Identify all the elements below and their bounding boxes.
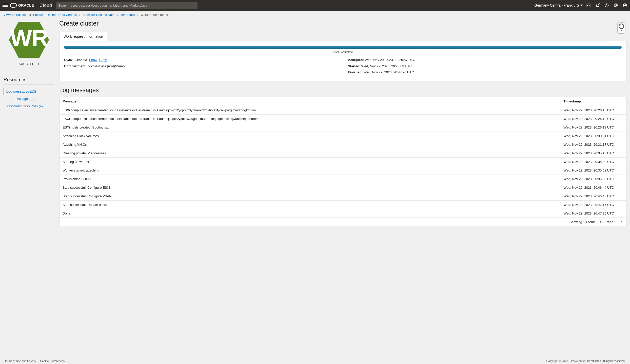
- log-message-cell: Starting up worker: [60, 158, 561, 166]
- log-message-cell: Step successful: Configure VSAN: [60, 192, 561, 201]
- table-row: Creating private IP addressesWed, Nov 29…: [60, 149, 626, 158]
- menu-icon[interactable]: [3, 3, 8, 8]
- table-row: ESXi compute instance created: ocid1.ins…: [60, 115, 626, 123]
- brand-sub: Cloud: [40, 3, 52, 8]
- resources-item[interactable]: Error messages (0): [4, 95, 54, 102]
- log-timestamp-cell: Wed, Nov 29, 2023, 20:31:17 UTC: [561, 140, 626, 149]
- pager-next-icon[interactable]: [619, 220, 623, 224]
- started-value: Wed, Nov 29, 2023, 20:26:03 UTC: [361, 64, 412, 68]
- col-timestamp: Timestamp: [561, 97, 626, 106]
- table-row: Attaching Block VolumesWed, Nov 29, 2023…: [60, 132, 626, 140]
- log-timestamp-cell: Wed, Nov 29, 2023, 20:47:26 UTC: [561, 209, 626, 218]
- ocid-copy-link[interactable]: Copy: [99, 58, 107, 62]
- compartment-label: Compartment:: [64, 64, 87, 68]
- log-timestamp-cell: Wed, Nov 29, 2023, 20:35:20 UTC: [561, 158, 626, 166]
- breadcrumb-sep: »: [29, 13, 31, 17]
- started-label: Started:: [348, 64, 360, 68]
- search-input[interactable]: [56, 2, 198, 9]
- pager-page-label: Page 1: [606, 220, 616, 224]
- table-row: Step successful: Configure ESXiWed, Nov …: [60, 183, 626, 192]
- resources-item[interactable]: Associated resources (4): [4, 102, 54, 110]
- log-message-cell: ESXi hosts created. Booting up.: [60, 123, 561, 132]
- svg-point-6: [624, 4, 626, 5]
- finished-value: Wed, Nov 29, 2023, 20:47:26 UTC: [363, 70, 414, 74]
- log-message-cell: Worker started, attaching: [60, 166, 561, 175]
- table-row: Step successful: Configure VSANWed, Nov …: [60, 192, 626, 201]
- lifebuoy-icon: [619, 24, 624, 29]
- log-message-cell: ESXi compute instance created: ocid1.ins…: [60, 106, 561, 115]
- table-row: ESXi compute instance created: ocid1.ins…: [60, 106, 626, 115]
- grip-icon: [620, 30, 623, 32]
- oracle-logo-icon: ORACLE: [10, 3, 38, 8]
- chevron-down-icon: [580, 5, 583, 6]
- work-request-info-card: 100% Complete OCID: ...er2uka Show Copy …: [59, 41, 626, 81]
- resources-heading: Resources: [4, 77, 54, 85]
- profile-icon[interactable]: [622, 3, 627, 8]
- log-message-cell: Step successful: Configure ESXi: [60, 183, 561, 192]
- progress-label: 100% Complete: [64, 50, 622, 53]
- breadcrumb-sep: »: [79, 13, 81, 17]
- globe-icon[interactable]: [613, 3, 618, 8]
- log-timestamp-cell: Wed, Nov 29, 2023, 20:26:13 UTC: [561, 123, 626, 132]
- page-title: Create cluster: [59, 20, 626, 27]
- ocid-value: ...er2uka: [74, 58, 87, 62]
- footer-copyright: Copyright © 2023, Oracle and/or its affi…: [546, 359, 625, 362]
- help-icon[interactable]: [604, 3, 609, 8]
- breadcrumb-link[interactable]: Software-Defined Data Centers: [33, 13, 77, 17]
- resources-item[interactable]: Log messages (13): [4, 88, 54, 95]
- resource-status-label: SUCCEEDED: [19, 62, 39, 66]
- breadcrumb-current: Work request details: [141, 13, 169, 17]
- table-row: Starting up workerWed, Nov 29, 2023, 20:…: [60, 158, 626, 166]
- breadcrumb-link[interactable]: Software-Defined Data Center details: [83, 13, 135, 17]
- log-timestamp-cell: Wed, Nov 29, 2023, 20:46:46 UTC: [561, 192, 626, 201]
- svg-text:ORACLE: ORACLE: [18, 3, 34, 7]
- table-row: Provisioning SDDCWed, Nov 29, 2023, 20:3…: [60, 175, 626, 183]
- log-messages-table: Message Timestamp ESXi compute instance …: [59, 97, 626, 218]
- log-timestamp-cell: Wed, Nov 29, 2023, 20:30:31 UTC: [561, 132, 626, 140]
- tab-work-request-info[interactable]: Work request information: [59, 32, 107, 41]
- log-messages-heading: Log messages: [59, 87, 626, 94]
- footer-terms-link[interactable]: Terms of Use and Privacy: [5, 359, 36, 362]
- help-panel-toggle[interactable]: [617, 22, 625, 34]
- log-message-cell: Attaching Block Volumes: [60, 132, 561, 140]
- svg-text:WR: WR: [10, 25, 48, 51]
- top-icon-bar: [586, 3, 627, 8]
- svg-rect-0: [10, 3, 16, 7]
- resource-status-hexagon: WR: [8, 21, 50, 59]
- log-timestamp-cell: Wed, Nov 29, 2023, 20:46:44 UTC: [561, 183, 626, 192]
- log-message-cell: Creating private IP addresses: [60, 149, 561, 158]
- finished-label: Finished:: [348, 70, 363, 74]
- pager-prev-icon[interactable]: [599, 220, 603, 224]
- top-bar: ORACLE Cloud Germany Central (Frankfurt): [0, 0, 630, 11]
- notification-icon[interactable]: [595, 3, 600, 8]
- log-timestamp-cell: Wed, Nov 29, 2023, 20:26:13 UTC: [561, 106, 626, 115]
- region-selector[interactable]: Germany Central (Frankfurt): [534, 3, 583, 7]
- table-row: Attaching VNICsWed, Nov 29, 2023, 20:31:…: [60, 140, 626, 149]
- log-message-cell: Done: [60, 209, 561, 218]
- log-timestamp-cell: Wed, Nov 29, 2023, 20:35:59 UTC: [561, 166, 626, 175]
- log-message-cell: Step successful: Update users: [60, 201, 561, 209]
- table-row: DoneWed, Nov 29, 2023, 20:47:26 UTC: [60, 209, 626, 218]
- col-message: Message: [60, 97, 561, 106]
- ocid-show-link[interactable]: Show: [89, 58, 97, 62]
- global-search: [56, 2, 198, 9]
- breadcrumb: VMware Solution » Software-Defined Data …: [0, 11, 630, 18]
- log-message-cell: Provisioning SDDC: [60, 175, 561, 183]
- ocid-label: OCID:: [64, 58, 73, 62]
- log-timestamp-cell: Wed, Nov 29, 2023, 20:36:33 UTC: [561, 175, 626, 183]
- brand-logo[interactable]: ORACLE Cloud: [10, 3, 52, 8]
- log-timestamp-cell: Wed, Nov 29, 2023, 20:47:17 UTC: [561, 201, 626, 209]
- dev-tools-icon[interactable]: [586, 3, 591, 8]
- table-row: ESXi hosts created. Booting up.Wed, Nov …: [60, 123, 626, 132]
- log-timestamp-cell: Wed, Nov 29, 2023, 20:26:13 UTC: [561, 115, 626, 123]
- table-pager: Showing 13 items Page 1: [59, 218, 626, 226]
- breadcrumb-link[interactable]: VMware Solution: [4, 13, 28, 17]
- region-label: Germany Central (Frankfurt): [534, 3, 579, 7]
- log-message-cell: ESXi compute instance created: ocid1.ins…: [60, 115, 561, 123]
- progress-bar: [64, 46, 622, 49]
- compartment-value: ocvptestbeta (root)/Demo: [87, 64, 125, 68]
- accepted-label: Accepted:: [348, 58, 364, 62]
- accepted-value: Wed, Nov 29, 2023, 20:25:57 UTC: [365, 58, 415, 62]
- footer-cookies-link[interactable]: Cookie Preferences: [40, 359, 65, 362]
- svg-rect-2: [587, 4, 590, 7]
